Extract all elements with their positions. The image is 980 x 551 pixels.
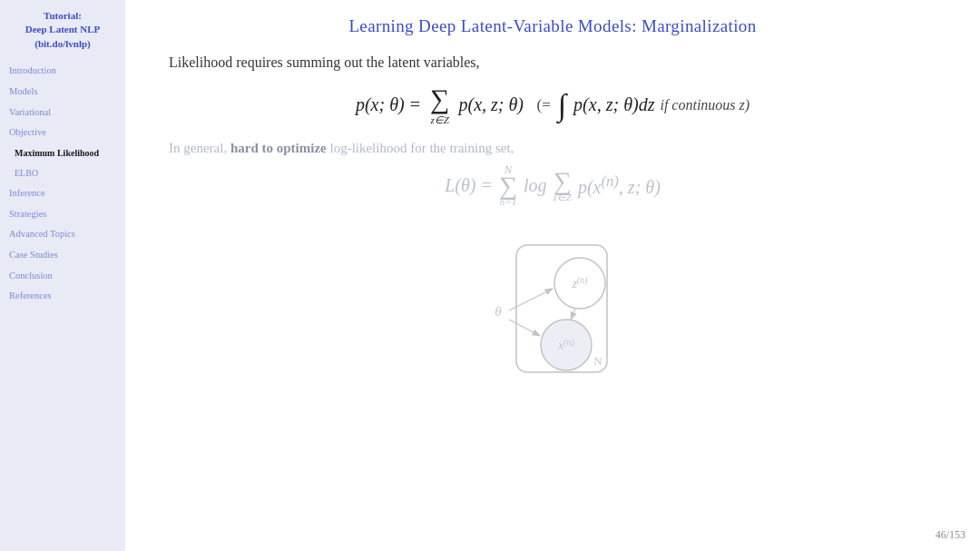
sidebar-item-inference[interactable]: Inference — [5, 184, 120, 203]
sidebar-item-objective[interactable]: Objective — [5, 123, 120, 143]
sidebar-item-strategies[interactable]: Strategies — [5, 205, 120, 224]
page-number: 46/153 — [936, 528, 965, 542]
svg-text:N: N — [593, 354, 603, 368]
sidebar-item-variational[interactable]: Variational — [5, 103, 120, 123]
sidebar-item-case-studies[interactable]: Case Studies — [5, 246, 120, 265]
general-optimize-text: In general, hard to optimize log-likelih… — [169, 141, 955, 156]
svg-line-7 — [509, 320, 540, 336]
sidebar-title: Tutorial: Deep Latent NLP (bit.do/lvnlp) — [5, 9, 120, 51]
sidebar: Tutorial: Deep Latent NLP (bit.do/lvnlp)… — [0, 0, 125, 551]
sidebar-item-models[interactable]: Models — [5, 83, 120, 102]
graphical-model-diagram: z(n) x(n) θ N — [151, 218, 955, 381]
sidebar-item-maximum-likelihood[interactable]: Maximum Likelihood — [5, 144, 120, 162]
sidebar-item-introduction[interactable]: Introduction — [5, 62, 120, 81]
svg-line-6 — [509, 289, 553, 310]
likelihood-text: Likelihood requires summing out the late… — [169, 54, 955, 71]
sidebar-item-elbo[interactable]: ELBO — [5, 164, 120, 182]
svg-text:z(n): z(n) — [571, 275, 588, 290]
graphical-model-svg: z(n) x(n) θ N — [471, 218, 634, 381]
sidebar-item-references[interactable]: References — [5, 287, 120, 306]
svg-line-8 — [571, 309, 575, 320]
sidebar-item-conclusion[interactable]: Conclusion — [5, 267, 120, 286]
svg-text:θ: θ — [495, 304, 502, 319]
slide-title: Learning Deep Latent-Variable Models: Ma… — [151, 16, 955, 36]
elbo-equation: L(θ) = N ∑ n=1 log ∑ z∈Z p(x(n), z; θ) — [151, 163, 955, 207]
main-equation: p(x; θ) = ∑ z∈Z p(x, z; θ) (= ∫ p(x, z; … — [151, 84, 955, 126]
main-content: Learning Deep Latent-Variable Models: Ma… — [125, 0, 980, 551]
sidebar-item-advanced-topics[interactable]: Advanced Topics — [5, 225, 120, 244]
